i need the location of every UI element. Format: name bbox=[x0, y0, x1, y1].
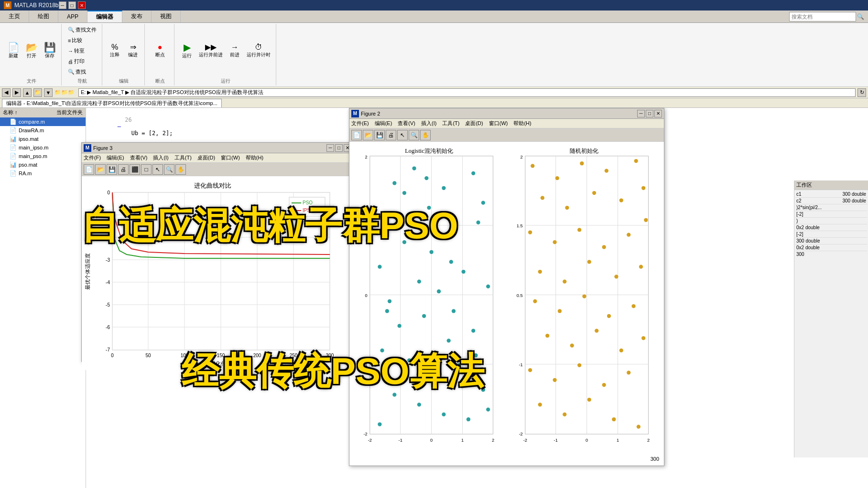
figure3-title: Figure 3 bbox=[93, 145, 325, 151]
file-icon-ipso: 📊 bbox=[10, 136, 17, 142]
fig2-menu-view[interactable]: 查看(V) bbox=[398, 120, 415, 127]
comment-button[interactable]: % 注释 bbox=[106, 42, 123, 60]
fig2-menu-tools[interactable]: 工具(T) bbox=[442, 120, 459, 127]
file-main-pso-m[interactable]: 📄 main_pso.m bbox=[0, 152, 86, 160]
lg-y2: 2 bbox=[365, 155, 367, 159]
dot bbox=[467, 417, 470, 421]
file-main-ipso-m[interactable]: 📄 main_ipso.m bbox=[0, 143, 86, 152]
fig3-zoom-btn[interactable]: 🔍 bbox=[164, 164, 174, 175]
fig2-menu-insert[interactable]: 插入(I) bbox=[421, 120, 436, 127]
minimize-button[interactable]: ─ bbox=[59, 1, 66, 9]
fig3-pan-btn[interactable]: ✋ bbox=[175, 164, 186, 175]
ribbon-group-file: 📄 新建 📂 打开 💾 保存 文件 bbox=[2, 24, 62, 85]
tab-editor[interactable]: 编辑器 bbox=[87, 11, 122, 22]
fig2-menu-window[interactable]: 窗口(W) bbox=[489, 120, 508, 127]
advance-button[interactable]: → 前进 bbox=[226, 42, 243, 60]
file-ra-m[interactable]: 📄 RA.m bbox=[0, 169, 86, 178]
ribbon-group-run: ▶ 运行 ▶▶ 运行并前进 → 前进 ⏱ 运行并计时 运行 bbox=[175, 24, 276, 85]
figure3-max-btn[interactable]: □ bbox=[335, 144, 343, 152]
fig3-tool-1[interactable]: 📄 bbox=[84, 164, 94, 175]
y-label-1: -1 bbox=[106, 212, 110, 218]
forward-button[interactable]: ▶ bbox=[12, 88, 21, 97]
breakpoint-button[interactable]: ● 断点 bbox=[152, 42, 169, 60]
fig3-menu-tools[interactable]: 工具(T) bbox=[174, 154, 192, 161]
fig3-menu-help[interactable]: 帮助(H) bbox=[246, 154, 263, 161]
fig2-tool-2[interactable]: 📂 bbox=[363, 130, 373, 140]
fig2-zoom-btn[interactable]: 🔍 bbox=[409, 130, 419, 140]
edit-group-label: 编辑 bbox=[119, 78, 129, 85]
tab-home[interactable]: 主页 bbox=[0, 11, 29, 22]
fig3-menu-window[interactable]: 窗口(W) bbox=[221, 154, 240, 161]
refresh-button[interactable]: ↻ bbox=[857, 88, 866, 97]
close-button[interactable]: ✕ bbox=[78, 1, 86, 9]
fig3-tool-3[interactable]: 💾 bbox=[107, 164, 117, 175]
compare-button[interactable]: ≡ 比较 bbox=[65, 35, 85, 45]
fig3-tool-4[interactable]: 🖨 bbox=[118, 164, 129, 175]
figure2-max-btn[interactable]: □ bbox=[646, 110, 653, 117]
rdot bbox=[602, 245, 606, 249]
editor-tab-compare[interactable]: 编辑器 - E:\Matlab_file_T\自适应混沌粒子群PSO对比传统PS… bbox=[2, 99, 222, 107]
file-pso-mat[interactable]: 📊 pso.mat bbox=[0, 160, 86, 169]
ws-item-0x2b: 0x2 double bbox=[795, 244, 867, 251]
open-button[interactable]: 📂 打开 bbox=[23, 41, 40, 61]
run-advance-button[interactable]: ▶▶ 运行并前进 bbox=[196, 42, 225, 60]
ws-info-c1: 300 double bbox=[843, 191, 867, 197]
maximize-button[interactable]: □ bbox=[68, 1, 76, 9]
fig2-tool-3[interactable]: 💾 bbox=[374, 130, 385, 140]
dot bbox=[447, 339, 451, 342]
rdot bbox=[587, 260, 591, 264]
browse-button[interactable]: 📁 bbox=[33, 88, 42, 97]
rdot bbox=[582, 294, 586, 298]
figure2-close-btn[interactable]: ✕ bbox=[654, 110, 662, 117]
search-input[interactable] bbox=[789, 12, 856, 21]
fig2-cursor-btn[interactable]: ↖ bbox=[397, 130, 408, 140]
print-button[interactable]: 🖨 打印 bbox=[65, 56, 87, 66]
fig2-tool-1[interactable]: 📄 bbox=[351, 130, 362, 140]
find-button[interactable]: 🔍 查找 bbox=[65, 67, 88, 77]
up-button[interactable]: ▲ bbox=[23, 88, 32, 97]
x-label-100: 100 bbox=[181, 353, 189, 358]
ribbon-content: 📄 新建 📂 打开 💾 保存 文件 🔍 查找文件 ≡ 比较 → 转至 🖨 打印 … bbox=[0, 23, 868, 87]
figure2-min-btn[interactable]: ─ bbox=[637, 110, 645, 117]
file-icon-drawra: 📄 bbox=[10, 127, 17, 134]
indent-button[interactable]: ⇒ 编进 bbox=[124, 42, 141, 60]
tab-publish[interactable]: 发布 bbox=[122, 11, 152, 22]
back-button[interactable]: ◀ bbox=[2, 88, 11, 97]
fig3-menu-edit[interactable]: 编辑(E) bbox=[107, 154, 124, 161]
fig2-menu-file[interactable]: 文件(E) bbox=[351, 120, 369, 127]
find-file-button[interactable]: 🔍 查找文件 bbox=[65, 25, 99, 35]
fig2-tool-4[interactable]: 🖨 bbox=[386, 130, 396, 140]
window-controls: ─ □ ✕ bbox=[59, 1, 86, 9]
fig3-tool-2[interactable]: 📂 bbox=[95, 164, 106, 175]
goto-button[interactable]: → 转至 bbox=[65, 46, 87, 56]
address-path[interactable]: E: ▶ Matlab_file_T ▶ 自适应混沌粒子群PSO对比传统PSO应… bbox=[78, 88, 856, 97]
save-button[interactable]: 💾 保存 bbox=[41, 41, 58, 61]
fig3-tool-5[interactable]: ⬛ bbox=[130, 164, 140, 175]
file-drawra-m[interactable]: 📄 DrawRA.m bbox=[0, 126, 86, 135]
fig2-pan-btn[interactable]: ✋ bbox=[420, 130, 431, 140]
file-compare-m[interactable]: 📄 compare.m bbox=[0, 117, 86, 126]
rdot bbox=[541, 196, 544, 200]
tab-view[interactable]: 视图 bbox=[152, 11, 181, 22]
run-button[interactable]: ▶ 运行 bbox=[178, 41, 195, 61]
fig3-menu-insert[interactable]: 插入(I) bbox=[153, 154, 168, 161]
figure3-min-btn[interactable]: ─ bbox=[326, 144, 334, 152]
fig3-tool-6[interactable]: □ bbox=[141, 164, 152, 175]
fig3-cursor-btn[interactable]: ↖ bbox=[152, 164, 163, 175]
fig2-menu-edit[interactable]: 编辑(E) bbox=[375, 120, 392, 127]
file-ipso-mat[interactable]: 📊 ipso.mat bbox=[0, 135, 86, 143]
run-time-button[interactable]: ⏱ 运行并计时 bbox=[244, 42, 273, 60]
fig3-menu-file[interactable]: 文件(F) bbox=[84, 154, 101, 161]
fig2-menu-desktop[interactable]: 桌面(D) bbox=[465, 120, 483, 127]
tab-app[interactable]: APP bbox=[58, 11, 87, 22]
ws-item-300: 300 bbox=[795, 251, 867, 257]
run-advance-icon: ▶▶ bbox=[205, 43, 217, 51]
rdot bbox=[577, 363, 581, 367]
dot bbox=[402, 240, 406, 244]
recent-folder-button[interactable]: ▼ bbox=[44, 88, 53, 97]
fig3-menu-desktop[interactable]: 桌面(D) bbox=[197, 154, 215, 161]
tab-plot[interactable]: 绘图 bbox=[29, 11, 58, 22]
fig2-menu-help[interactable]: 帮助(H) bbox=[513, 120, 531, 127]
new-button[interactable]: 📄 新建 bbox=[5, 41, 22, 61]
fig3-menu-view[interactable]: 查看(V) bbox=[130, 154, 148, 161]
